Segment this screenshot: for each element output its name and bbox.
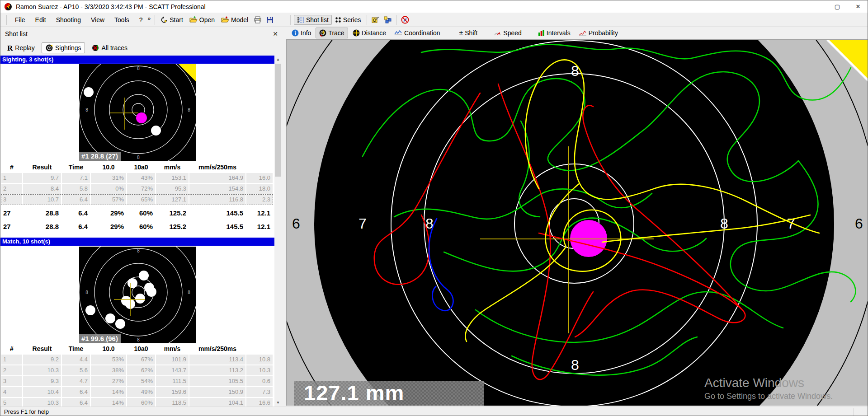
tab-replay-label: Replay (15, 44, 35, 51)
table-cell: 3 (1, 195, 22, 205)
model-button[interactable]: Model (218, 15, 251, 25)
table-cell: 12.1 (246, 207, 273, 219)
thumb-ring-number: 8 (137, 248, 140, 253)
tab-probability[interactable]: Probability (575, 28, 622, 38)
scrollbar-thumb[interactable] (275, 64, 281, 177)
model-label: Model (231, 16, 248, 23)
match-target-thumbnail[interactable]: 8 8 8 8 #1 99.6 (96) (79, 247, 196, 343)
table-row[interactable]: 210.35.638%62%143.7113.210.3 (1, 365, 273, 375)
table-cell: 72% (127, 184, 155, 194)
sighting-section-header: Sighting, 3 shot(s) (0, 56, 274, 64)
table-row[interactable]: 19.24.453%67%101.9113.410.8 (1, 355, 273, 365)
col-header[interactable]: # (1, 345, 22, 352)
table-cell: 14% (91, 398, 126, 407)
panel-scrollbar[interactable]: ▲ ▼ (274, 56, 282, 407)
table-row[interactable]: 2728.86.429%60%125.2145.512.1 (1, 221, 273, 233)
sighting-target-thumbnail[interactable]: 8 8 8 8 #1 28.8 (27) (79, 64, 196, 161)
col-header[interactable]: mm/s/250ms (189, 345, 245, 352)
col-header[interactable]: 10a0 (127, 164, 155, 171)
tab-coordination[interactable]: Coordination (391, 28, 443, 38)
edit-target-button[interactable] (369, 15, 382, 25)
thumb-ring-number: 8 (188, 108, 190, 112)
table-cell: 10.8 (246, 355, 273, 365)
shot-hole (151, 126, 161, 136)
target-trace-view[interactable]: 8 8 6 7 8 8 7 6 (286, 39, 868, 406)
table-cell: 60% (127, 207, 155, 219)
table-cell: 6.4 (62, 195, 90, 205)
watermark-line1: Activate Windows (704, 376, 833, 390)
table-row[interactable]: 2728.86.429%60%125.2145.512.1 (1, 207, 273, 219)
all-traces-icon (92, 44, 99, 51)
tab-replay[interactable]: R Replay (3, 42, 39, 53)
col-header[interactable]: Time (62, 345, 90, 352)
table-row[interactable]: 28.45.80%72%95.3154.818.0 (1, 184, 273, 194)
col-header[interactable]: 10.0 (91, 345, 126, 352)
col-header[interactable]: mm/s (156, 164, 189, 171)
col-header[interactable]: # (1, 164, 22, 171)
tab-all-traces[interactable]: All traces (88, 42, 132, 53)
thumb-ring-number: 8 (85, 108, 88, 112)
save-button[interactable] (264, 15, 276, 25)
col-header[interactable]: Result (23, 164, 61, 171)
table-row[interactable]: 310.76.457%65%127.1116.82.3 (1, 195, 273, 205)
menu-edit[interactable]: Edit (30, 13, 51, 27)
table-row[interactable]: 19.77.131%43%153.1164.916.0 (1, 173, 273, 183)
tab-info[interactable]: Info (288, 28, 315, 38)
tab-sightings[interactable]: Sightings (42, 42, 85, 53)
menu-shooting[interactable]: Shooting (51, 13, 86, 27)
tab-distance[interactable]: Distance (349, 28, 390, 38)
panel-close-icon[interactable]: ✕ (269, 30, 282, 37)
tab-trace[interactable]: Trace (316, 28, 348, 38)
close-button[interactable]: ✕ (848, 0, 868, 13)
col-header[interactable]: mm/s (156, 345, 189, 352)
minimize-button[interactable]: – (806, 0, 827, 13)
table-cell: 16.0 (246, 173, 273, 183)
scroll-down-icon[interactable]: ▼ (274, 399, 282, 407)
table-row[interactable]: 410.46.414%49%159.6150.97.3 (1, 387, 273, 397)
col-header[interactable]: Time (62, 164, 90, 171)
menu-view[interactable]: View (86, 13, 109, 27)
table-cell: 27 (1, 207, 22, 219)
toolbar-grip (290, 15, 292, 25)
table-cell: 31% (91, 173, 126, 183)
series-toggle[interactable]: Series (332, 15, 364, 25)
shot-list-toggle[interactable]: Shot list (294, 15, 332, 25)
sighting-thumb-label: #1 28.8 (27) (79, 152, 121, 161)
col-header[interactable]: Result (23, 345, 61, 352)
tab-intervals[interactable]: Intervals (534, 28, 574, 38)
tab-speed[interactable]: Speed (490, 28, 525, 38)
table-row[interactable]: 510.36.414%60%118.5104.116.6 (1, 398, 273, 407)
tab-info-label: Info (301, 29, 311, 37)
table-cell: 29% (91, 207, 126, 219)
maximize-button[interactable]: ▢ (827, 0, 848, 13)
table-cell: 1 (1, 355, 22, 365)
col-header[interactable]: mm/s/250ms (189, 164, 245, 171)
menu-help[interactable]: ? (134, 13, 148, 27)
replay-icon: R (7, 45, 13, 51)
col-header[interactable]: 10.0 (91, 164, 126, 171)
table-cell: 145.5 (189, 221, 245, 233)
series-label: Series (343, 16, 361, 23)
start-button[interactable]: Start (157, 15, 186, 25)
print-button[interactable] (251, 15, 264, 25)
svg-text:6: 6 (855, 215, 863, 232)
disable-pen-button[interactable] (399, 14, 411, 25)
table-cell: 113.4 (189, 355, 245, 365)
match-thumb-label: #1 99.6 (96) (79, 334, 121, 343)
table-cell: 43% (127, 173, 155, 183)
toolbar-overflow-chevron[interactable]: » (148, 15, 153, 24)
diagram-button[interactable] (382, 15, 394, 25)
table-cell: 27% (91, 376, 126, 386)
table-cell: 3 (1, 376, 22, 386)
open-button[interactable]: Open (186, 15, 218, 25)
menu-file[interactable]: File (10, 13, 30, 27)
table-cell: 10.4 (23, 387, 61, 397)
col-header[interactable]: 10a0 (127, 345, 155, 352)
table-cell: 9.3 (23, 376, 61, 386)
table-row[interactable]: 39.34.727%54%111.5105.50.6 (1, 376, 273, 386)
menu-tools[interactable]: Tools (109, 13, 134, 27)
scroll-up-icon[interactable]: ▲ (274, 56, 282, 63)
tab-distance-label: Distance (362, 29, 386, 37)
table-cell: 105.5 (189, 376, 245, 386)
tab-shift[interactable]: ± Shift (456, 28, 481, 38)
